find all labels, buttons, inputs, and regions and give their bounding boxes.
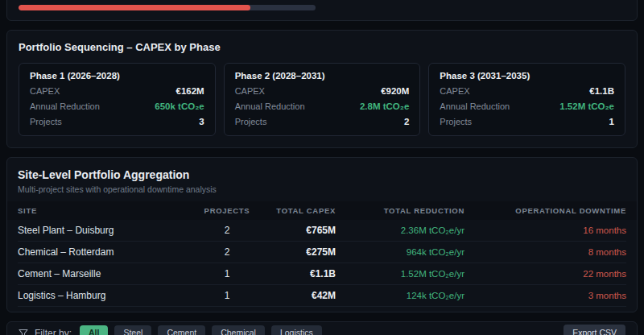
phase-card-3: Phase 3 (2031–2035) CAPEX€1.1B Annual Re… [428, 63, 625, 136]
total-capex: €275M [259, 246, 336, 258]
total-reduction: 1.52M tCO₂e/yr [336, 269, 464, 279]
capex-value: €1.1B [589, 86, 614, 97]
table-row[interactable]: Chemical – Rotterdam 2 €275M 964k tCO₂e/… [18, 242, 626, 263]
projects-count: 1 [195, 290, 259, 301]
total-capex: €1.1B [259, 268, 336, 279]
filter-bar: Filter by: All Steel Cement Chemical Log… [6, 321, 638, 335]
filter-option-chemical[interactable]: Chemical [212, 325, 265, 335]
operational-downtime: 8 months [464, 247, 626, 257]
reduction-label: Annual Reduction [440, 101, 510, 112]
total-reduction: 124k tCO₂e/yr [336, 291, 464, 300]
section-subtitle: Multi-project sites with operational dow… [18, 184, 626, 194]
projects-label: Projects [235, 117, 267, 127]
page: Hydrogen Supply Risk Weight: 15% 7.8 Por… [0, 0, 644, 335]
reduction-value: 2.8M tCO₂e [360, 101, 409, 112]
phase-grid: Phase 1 (2026–2028) CAPEX€162M Annual Re… [19, 63, 625, 136]
filter-option-steel[interactable]: Steel [114, 325, 151, 335]
phase-title: Phase 2 (2028–2031) [235, 71, 410, 81]
filter-option-cement[interactable]: Cement [158, 325, 205, 335]
export-csv-button[interactable]: Export CSV [564, 325, 625, 335]
table-row[interactable]: Steel Plant – Duisburg 2 €765M 2.36M tCO… [18, 220, 626, 242]
projects-label: Projects [440, 117, 472, 127]
site-aggregation-section: Site-Level Portfolio Aggregation Multi-p… [6, 157, 638, 312]
projects-count: 1 [195, 268, 259, 279]
capex-label: CAPEX [30, 86, 60, 97]
section-title: Site-Level Portfolio Aggregation [18, 168, 626, 181]
col-operational-downtime: OPERATIONAL DOWNTIME [464, 206, 626, 215]
operational-downtime: 22 months [464, 269, 626, 279]
total-reduction: 964k tCO₂e/yr [336, 247, 464, 257]
reduction-value: 1.52M tCO₂e [559, 101, 614, 112]
filter-label: Filter by: [35, 328, 72, 335]
capex-value: €162M [175, 86, 204, 97]
table-row[interactable]: Cement – Marseille 1 €1.1B 1.52M tCO₂e/y… [18, 263, 626, 285]
portfolio-sequencing-section: Portfolio Sequencing – CAPEX by Phase Ph… [6, 30, 638, 148]
phase-title: Phase 3 (2031–2035) [440, 71, 614, 81]
phase-card-2: Phase 2 (2028–2031) CAPEX€920M Annual Re… [224, 63, 421, 136]
col-projects: PROJECTS [195, 206, 259, 215]
filter-option-all[interactable]: All [80, 325, 108, 335]
projects-value: 3 [199, 117, 204, 127]
capex-label: CAPEX [235, 86, 265, 97]
capex-label: CAPEX [440, 86, 469, 97]
risk-progress-track [19, 5, 316, 10]
total-capex: €765M [259, 225, 336, 236]
projects-value: 1 [609, 117, 614, 127]
col-total-reduction: TOTAL REDUCTION [336, 206, 464, 215]
capex-value: €920M [381, 86, 409, 97]
operational-downtime: 16 months [464, 225, 626, 235]
site-table: SITE PROJECTS TOTAL CAPEX TOTAL REDUCTIO… [18, 201, 626, 307]
total-reduction: 2.36M tCO₂e/yr [336, 225, 464, 235]
projects-value: 2 [404, 117, 409, 127]
filter-option-logistics[interactable]: Logistics [271, 325, 322, 335]
col-site: SITE [18, 206, 195, 215]
site-name: Logistics – Hamburg [18, 290, 195, 301]
reduction-value: 650k tCO₂e [155, 101, 204, 112]
reduction-label: Annual Reduction [30, 101, 100, 112]
projects-count: 2 [195, 246, 259, 258]
table-header-row: SITE PROJECTS TOTAL CAPEX TOTAL REDUCTIO… [7, 201, 637, 220]
reduction-label: Annual Reduction [235, 101, 305, 112]
filter-funnel-icon [19, 329, 28, 335]
phase-title: Phase 1 (2026–2028) [30, 71, 204, 81]
site-name: Chemical – Rotterdam [18, 246, 195, 258]
risk-panel: Hydrogen Supply Risk Weight: 15% 7.8 [6, 0, 638, 21]
section-title: Portfolio Sequencing – CAPEX by Phase [19, 41, 625, 53]
risk-item: Hydrogen Supply Risk Weight: 15% 7.8 [19, 0, 316, 10]
operational-downtime: 3 months [464, 291, 626, 300]
col-total-capex: TOTAL CAPEX [259, 206, 336, 215]
phase-card-1: Phase 1 (2026–2028) CAPEX€162M Annual Re… [19, 63, 216, 136]
table-row[interactable]: Logistics – Hamburg 1 €42M 124k tCO₂e/yr… [18, 285, 626, 307]
total-capex: €42M [259, 290, 336, 301]
site-name: Steel Plant – Duisburg [18, 225, 195, 236]
site-name: Cement – Marseille [18, 268, 195, 279]
risk-progress-fill [19, 5, 250, 10]
projects-label: Projects [30, 117, 62, 127]
projects-count: 2 [195, 225, 259, 236]
